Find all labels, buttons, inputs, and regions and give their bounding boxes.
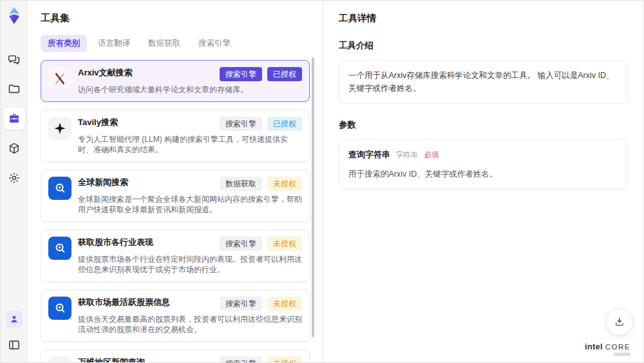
tool-list-item-1[interactable]: Tavily搜索 搜索引擎 已授权 专为人工智能代理 (LLM) 构建的搜索引擎…	[41, 110, 310, 162]
tool-description: 全球新闻搜索是一个聚合全球各大新闻网站内容的搜索引擎，帮助用户快速获取全球最新资…	[78, 194, 302, 215]
intro-heading: 工具介绍	[339, 40, 628, 52]
params-heading: 参数	[339, 119, 628, 131]
tool-auth-badge: 未授权	[267, 357, 302, 363]
tool-list-item-2[interactable]: 全球新闻搜索 数据获取 未授权 全球新闻搜索是一个聚合全球各大新闻网站内容的搜索…	[41, 170, 310, 222]
tool-category-badge: 搜索引擎	[220, 237, 262, 251]
news-search-icon	[52, 240, 68, 256]
tool-list-item-3[interactable]: 获取股市各行业表现 搜索引擎 未授权 提供股票市场各个行业在特定时间段内的表现。…	[41, 230, 310, 282]
download-icon	[614, 316, 625, 328]
param-type: 字符串	[395, 151, 418, 159]
newspaper-icon	[48, 357, 71, 363]
tool-auth-badge: 未授权	[267, 237, 302, 251]
folder-icon[interactable]	[3, 78, 25, 100]
newspaper-icon	[52, 360, 68, 363]
panel-toggle-icon[interactable]	[3, 334, 25, 356]
tool-auth-badge: 未授权	[267, 177, 302, 191]
news-blue-icon	[48, 237, 71, 260]
tool-list-item-5[interactable]: 万维地区新闻查询 搜索引擎 未授权 查询具体行政区划内的新闻，快速了解各地新闻动	[41, 349, 310, 363]
app-window: 工具集 所有类别语言翻译数据获取搜索引擎 Arxiv文献搜索 搜索引擎 已授权 …	[0, 0, 644, 363]
tool-description: 访问各个研究领域大量科学论文和文章的存储库。	[78, 84, 302, 95]
intel-product-text: CORE	[605, 343, 630, 351]
sparkle-icon	[48, 117, 71, 140]
details-title: 工具详情	[339, 12, 628, 25]
tool-category-badge: 搜索引擎	[220, 117, 262, 131]
user-avatar-icon[interactable]	[6, 311, 23, 328]
tool-category-badge: 搜索引擎	[220, 297, 262, 311]
tab-2[interactable]: 数据获取	[141, 35, 187, 52]
tool-title: 万维地区新闻查询	[78, 357, 220, 363]
news-blue-icon	[48, 177, 71, 200]
list-scrollbar[interactable]	[312, 57, 314, 337]
arxiv-icon	[48, 67, 71, 90]
tool-category-badge: 数据获取	[220, 177, 262, 191]
tool-list-item-4[interactable]: 获取市场最活跃股票信息 搜索引擎 未授权 提供当天交易量最高的股票列表，投资者可…	[41, 289, 310, 342]
tool-title: 获取市场最活跃股票信息	[78, 297, 220, 308]
param-header: 查询字符串 字符串 必填	[348, 148, 618, 162]
download-button[interactable]	[606, 308, 633, 335]
sidebar-item-toolbox[interactable]	[3, 108, 25, 130]
news-blue-icon	[48, 297, 71, 320]
toolset-panel: 工具集 所有类别语言翻译数据获取搜索引擎 Arxiv文献搜索 搜索引擎 已授权 …	[28, 1, 323, 362]
intel-logo-subbar	[614, 353, 630, 356]
tab-1[interactable]: 语言翻译	[91, 35, 137, 52]
category-tabs: 所有类别语言翻译数据获取搜索引擎	[41, 35, 310, 52]
page-title: 工具集	[41, 12, 310, 25]
tool-title: Tavily搜索	[78, 117, 220, 128]
chat-icon[interactable]	[3, 48, 25, 70]
settings-gear-icon[interactable]	[3, 167, 25, 189]
cube-icon[interactable]	[3, 137, 25, 159]
tool-description: 提供股票市场各个行业在特定时间段内的表现。投资者可以利用这些信息来识别表现优于或…	[78, 254, 302, 275]
param-box: 查询字符串 字符串 必填 用于搜索的Arxiv ID、关键字或作者姓名。	[339, 139, 628, 190]
news-search-icon	[52, 181, 68, 196]
tool-description: 提供当天交易量最高的股票列表，投资者可以利用这些信息来识别流动性强的股票和潜在的…	[78, 314, 302, 335]
tool-category-badge: 搜索引擎	[220, 357, 262, 363]
intro-text: 一个用于从Arxiv存储库搜索科学论文和文章的工具。 输入可以是Arxiv ID…	[348, 71, 614, 93]
tool-list: Arxiv文献搜索 搜索引擎 已授权 访问各个研究领域大量科学论文和文章的存储库…	[41, 60, 310, 363]
tool-auth-badge: 已授权	[267, 117, 302, 131]
tool-details-panel: 工具详情 工具介绍 一个用于从Arxiv存储库搜索科学论文和文章的工具。 输入可…	[323, 1, 643, 362]
param-name: 查询字符串	[348, 150, 390, 159]
intro-box: 一个用于从Arxiv存储库搜索科学论文和文章的工具。 输入可以是Arxiv ID…	[339, 60, 628, 104]
tab-3[interactable]: 搜索引擎	[191, 35, 238, 52]
intel-core-logo: intel CORE	[585, 342, 630, 356]
tool-auth-badge: 已授权	[267, 67, 302, 81]
tool-category-badge: 搜索引擎	[220, 67, 262, 81]
tool-title: 全球新闻搜索	[78, 177, 220, 188]
sparkle-star-icon	[52, 121, 68, 136]
intel-brand-text: intel	[585, 342, 603, 351]
arxiv-logo-icon	[52, 71, 68, 86]
tool-list-item-0[interactable]: Arxiv文献搜索 搜索引擎 已授权 访问各个研究领域大量科学论文和文章的存储库…	[41, 60, 310, 102]
app-logo-gem-icon[interactable]	[5, 6, 24, 25]
tool-auth-badge: 未授权	[267, 297, 302, 311]
tab-0[interactable]: 所有类别	[41, 35, 87, 52]
sidebar-rail	[1, 1, 28, 362]
news-search-icon	[52, 300, 68, 316]
tool-description: 专为人工智能代理 (LLM) 构建的搜索引擎工具，可快速提供实时、准确和真实的结…	[78, 134, 302, 155]
param-description: 用于搜索的Arxiv ID、关键字或作者姓名。	[348, 168, 618, 181]
param-required-badge: 必填	[424, 151, 439, 159]
tool-title: Arxiv文献搜索	[78, 67, 220, 79]
tool-title: 获取股市各行业表现	[78, 237, 220, 248]
